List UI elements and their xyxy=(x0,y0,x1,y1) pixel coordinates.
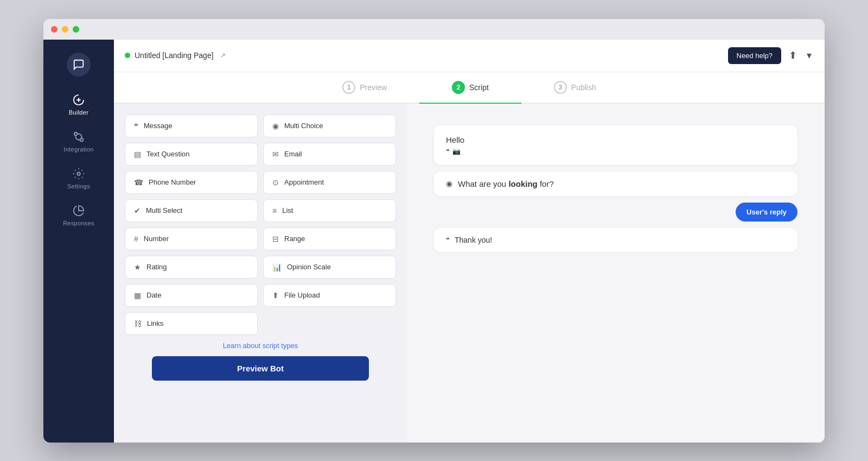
svg-point-0 xyxy=(74,132,78,135)
opinion-scale-icon: 📊 xyxy=(272,263,282,271)
script-grid: ❝ Message ◉ Multi Choice ▤ Text Question xyxy=(125,115,396,335)
date-label: Date xyxy=(146,291,161,299)
preview-bot-button[interactable]: Preview Bot xyxy=(152,356,369,381)
script-item-appointment[interactable]: ⊙ Appointment xyxy=(263,171,396,194)
upload-icon-button[interactable]: ⬆ xyxy=(787,47,799,64)
rating-icon: ★ xyxy=(134,263,141,271)
multi-choice-label: Multi Choice xyxy=(284,122,323,130)
top-bar: Untitled [Landing Page] ↗ Need help? ⬆ ▾ xyxy=(114,40,825,72)
list-icon: ≡ xyxy=(272,206,277,215)
multi-select-icon: ✔ xyxy=(134,206,141,215)
hello-text: Hello xyxy=(446,135,786,144)
script-item-file-upload[interactable]: ⬆ File Upload xyxy=(263,284,396,307)
text-question-icon: ▤ xyxy=(134,150,141,159)
question-bubble: ◉ What are you looking for? xyxy=(434,172,797,196)
sidebar-item-builder[interactable]: Builder xyxy=(43,86,114,123)
tab-script-label: Script xyxy=(469,83,489,92)
page-title: Untitled [Landing Page] xyxy=(135,51,214,60)
left-panel: ❝ Message ◉ Multi Choice ▤ Text Question xyxy=(114,104,407,443)
svg-point-2 xyxy=(77,172,80,175)
titlebar xyxy=(43,19,825,40)
status-dot xyxy=(125,53,130,58)
email-icon: ✉ xyxy=(272,150,279,159)
svg-point-1 xyxy=(80,138,84,141)
main-area: Untitled [Landing Page] ↗ Need help? ⬆ ▾… xyxy=(114,40,825,443)
script-item-links[interactable]: ⛓ Links xyxy=(125,312,258,335)
appointment-icon: ⊙ xyxy=(272,178,279,187)
script-item-multi-select[interactable]: ✔ Multi Select xyxy=(125,199,258,222)
script-item-date[interactable]: ▦ Date xyxy=(125,284,258,307)
quote-icon: ❝ xyxy=(446,148,449,155)
need-help-button[interactable]: Need help? xyxy=(728,47,782,64)
script-item-message[interactable]: ❝ Message xyxy=(125,115,258,137)
app-window: Builder Integration Settings xyxy=(43,19,825,443)
builder-label: Builder xyxy=(69,109,88,116)
text-question-label: Text Question xyxy=(146,150,190,158)
top-bar-right: Need help? ⬆ ▾ xyxy=(728,47,814,64)
file-upload-label: File Upload xyxy=(284,291,320,299)
sidebar-item-integration[interactable]: Integration xyxy=(43,123,114,160)
question-multi-icon: ◉ xyxy=(446,179,452,188)
chat-icon xyxy=(67,53,91,77)
links-label: Links xyxy=(147,319,163,327)
sidebar: Builder Integration Settings xyxy=(43,40,114,443)
hello-bubble-icons: ❝ 📷 xyxy=(446,148,786,155)
tab-preview[interactable]: 1 Preview xyxy=(310,72,419,103)
number-label: Number xyxy=(144,235,169,243)
camera-icon: 📷 xyxy=(452,148,461,155)
sidebar-item-chat[interactable] xyxy=(43,45,114,86)
range-icon: ⊟ xyxy=(272,235,279,243)
users-reply-button[interactable]: User's reply xyxy=(736,203,797,222)
thank-you-bubble: ❝ Thank you! xyxy=(434,228,797,252)
tab-publish-label: Publish xyxy=(571,83,596,92)
sidebar-item-settings[interactable]: Settings xyxy=(43,160,114,197)
chevron-down-button[interactable]: ▾ xyxy=(805,47,814,64)
script-item-email[interactable]: ✉ Email xyxy=(263,143,396,166)
close-dot[interactable] xyxy=(51,26,58,33)
tabs-bar: 1 Preview 2 Script 3 Publish xyxy=(114,72,825,104)
phone-icon: ☎ xyxy=(134,178,143,187)
script-item-rating[interactable]: ★ Rating xyxy=(125,256,258,279)
tab-preview-label: Preview xyxy=(360,83,387,92)
minimize-dot[interactable] xyxy=(62,26,68,33)
email-label: Email xyxy=(284,150,302,158)
tab-publish[interactable]: 3 Publish xyxy=(521,72,629,103)
chat-area: Hello ❝ 📷 ◉ What are you looking for? xyxy=(423,115,808,263)
learn-link[interactable]: Learn about script types xyxy=(125,342,396,350)
tab-script[interactable]: 2 Script xyxy=(419,72,521,103)
script-item-list[interactable]: ≡ List xyxy=(263,199,396,222)
appointment-label: Appointment xyxy=(284,178,324,186)
script-item-opinion-scale[interactable]: 📊 Opinion Scale xyxy=(263,256,396,279)
right-panel: Hello ❝ 📷 ◉ What are you looking for? xyxy=(407,104,825,443)
settings-label: Settings xyxy=(67,183,90,190)
multi-select-label: Multi Select xyxy=(146,206,182,214)
script-item-number[interactable]: # Number xyxy=(125,228,258,250)
fullscreen-dot[interactable] xyxy=(73,26,79,33)
message-icon: ❝ xyxy=(134,122,138,130)
question-text: What are you looking for? xyxy=(458,179,554,188)
users-reply-container: User's reply xyxy=(434,203,797,222)
script-item-range[interactable]: ⊟ Range xyxy=(263,228,396,250)
external-link-icon[interactable]: ↗ xyxy=(220,52,226,59)
script-item-phone-number[interactable]: ☎ Phone Number xyxy=(125,171,258,194)
sidebar-item-responses[interactable]: Responses xyxy=(43,197,114,234)
message-label: Message xyxy=(144,122,173,130)
thank-you-text: Thank you! xyxy=(455,236,492,244)
hello-bubble: Hello ❝ 📷 xyxy=(434,125,797,165)
thank-quote-icon: ❝ xyxy=(446,236,449,244)
list-label: List xyxy=(282,206,293,214)
number-icon: # xyxy=(134,235,138,243)
script-item-multi-choice[interactable]: ◉ Multi Choice xyxy=(263,115,396,137)
integration-label: Integration xyxy=(63,146,93,153)
multi-choice-icon: ◉ xyxy=(272,122,279,130)
rating-label: Rating xyxy=(146,263,167,271)
responses-label: Responses xyxy=(63,220,94,226)
app-body: Builder Integration Settings xyxy=(43,40,825,443)
file-upload-icon: ⬆ xyxy=(272,291,279,300)
script-item-text-question[interactable]: ▤ Text Question xyxy=(125,143,258,166)
tab-num-preview: 1 xyxy=(342,81,355,94)
links-icon: ⛓ xyxy=(134,319,142,328)
phone-number-label: Phone Number xyxy=(149,178,196,186)
content-area: ❝ Message ◉ Multi Choice ▤ Text Question xyxy=(114,104,825,443)
tab-num-publish: 3 xyxy=(554,81,567,94)
